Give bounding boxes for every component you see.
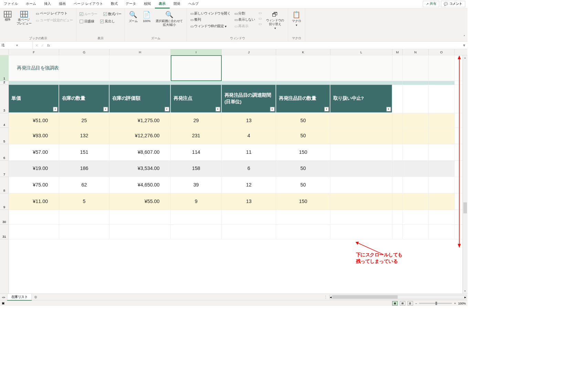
table-header[interactable]: 在庫の評価額▾ (109, 85, 171, 113)
table-cell[interactable]: ¥19.00 (9, 161, 59, 177)
row-header-31[interactable]: 31 (0, 225, 9, 239)
hide-button[interactable]: ▭表示しない (233, 17, 256, 22)
menu-tab-開発[interactable]: 開発 (170, 0, 185, 9)
enter-icon[interactable]: ✓ (41, 43, 44, 47)
col-header-M[interactable]: M (392, 49, 402, 55)
row-header-5[interactable]: 5 (0, 128, 9, 144)
normal-view-button[interactable]: ▦ (392, 301, 398, 306)
menu-tab-挿入[interactable]: 挿入 (40, 0, 55, 9)
table-cell[interactable]: 150 (276, 144, 330, 160)
table-cell[interactable]: ¥3,534.00 (109, 161, 171, 177)
table-cell[interactable]: 151 (59, 144, 109, 160)
row-header-3[interactable]: 3 (0, 85, 9, 113)
select-all-corner[interactable] (0, 49, 9, 55)
formulabar-toggle[interactable]: 数式バー (102, 11, 122, 17)
scroll-up-button[interactable]: ▴ (463, 55, 468, 60)
table-cell[interactable]: 50 (276, 177, 330, 193)
cancel-icon[interactable]: ✕ (35, 43, 39, 47)
menu-tab-描画[interactable]: 描画 (55, 0, 70, 9)
switch-window-button[interactable]: 🗗ウィンドウの 切り替え▾ (264, 10, 286, 31)
name-box[interactable]: I1▾ (0, 42, 33, 49)
row-header-8[interactable]: 8 (0, 177, 9, 193)
table-cell[interactable]: ¥75.00 (9, 177, 59, 193)
table-cell[interactable]: 50 (276, 113, 330, 127)
col-header-J[interactable]: J (222, 49, 276, 55)
filter-icon[interactable]: ▾ (387, 107, 391, 111)
zoom-out-button[interactable]: − (415, 301, 417, 305)
filter-icon[interactable]: ▾ (270, 107, 275, 111)
table-cell[interactable]: 6 (222, 161, 276, 177)
row-header-1[interactable]: 1 (0, 55, 9, 81)
arrange-button[interactable]: ▭整列 (189, 17, 231, 22)
pagelayout-view-button[interactable]: ▤ (400, 301, 405, 306)
col-header-G[interactable]: G (59, 49, 109, 55)
filter-icon[interactable]: ▾ (324, 107, 329, 111)
table-cell[interactable]: ¥1,275.00 (109, 113, 171, 127)
scroll-down-button[interactable]: ▾ (463, 289, 468, 293)
table-cell[interactable]: 12 (222, 177, 276, 193)
compare-button[interactable]: ▭ (258, 11, 263, 15)
page-layout-button[interactable]: ▭ページ レイアウト (35, 11, 74, 16)
pagebreak-view-button[interactable]: ▥ (408, 301, 413, 306)
table-cell[interactable]: ¥55.00 (109, 193, 171, 210)
menu-tab-ファイル[interactable]: ファイル (0, 0, 22, 9)
filter-icon[interactable]: ▾ (104, 107, 108, 111)
zoom-selection-button[interactable]: 🔍選択範囲に合わせて 拡大/縮小 (154, 10, 185, 27)
row-header-30[interactable]: 30 (0, 210, 9, 225)
menu-tab-ヘルプ[interactable]: ヘルプ (185, 0, 203, 9)
table-cell[interactable]: 39 (171, 177, 222, 193)
row-header-6[interactable]: 6 (0, 144, 9, 161)
new-window-button[interactable]: ▭新しいウィンドウを開く (189, 11, 231, 16)
table-cell[interactable]: 13 (222, 113, 276, 127)
table-cell[interactable]: 5 (59, 193, 109, 210)
menu-tab-校閲[interactable]: 校閲 (140, 0, 155, 9)
sheet-next-button[interactable]: ▸ (4, 295, 6, 299)
col-header-L[interactable]: L (330, 49, 392, 55)
table-cell[interactable]: 62 (59, 177, 109, 193)
table-cell[interactable]: 50 (276, 161, 330, 177)
table-header[interactable]: 再発注品目の調達期間 (日単位)▾ (222, 85, 276, 113)
table-cell[interactable]: 13 (222, 193, 276, 210)
table-cell[interactable] (330, 177, 392, 193)
menu-tab-表示[interactable]: 表示 (155, 0, 170, 9)
zoom-slider[interactable] (419, 303, 452, 304)
zoom-in-button[interactable]: + (454, 301, 456, 305)
col-header-K[interactable]: K (276, 49, 330, 55)
row-header-4[interactable]: 4 (0, 113, 9, 128)
col-header-H[interactable]: H (109, 49, 171, 55)
table-header[interactable]: 在庫の数量▾ (59, 85, 109, 113)
menu-tab-ページ レイアウト[interactable]: ページ レイアウト (70, 0, 107, 9)
table-cell[interactable] (330, 193, 392, 210)
formula-input[interactable] (52, 45, 461, 46)
table-cell[interactable]: ¥12,276.00 (109, 128, 171, 144)
vertical-scrollbar[interactable]: ▴ ▾ (463, 55, 468, 293)
comment-button[interactable]: 💬 コメント (441, 1, 465, 7)
table-cell[interactable] (330, 161, 392, 177)
table-cell[interactable] (330, 128, 392, 144)
table-cell[interactable]: 50 (276, 128, 330, 144)
table-cell[interactable]: 29 (171, 113, 222, 127)
table-cell[interactable]: ¥93.00 (9, 128, 59, 144)
menu-tab-数式[interactable]: 数式 (107, 0, 122, 9)
col-header-O[interactable]: O (429, 49, 455, 55)
split-button[interactable]: ▭分割 (233, 11, 256, 16)
row-header-2[interactable]: 2 (0, 81, 9, 85)
row-header-9[interactable]: 9 (0, 193, 9, 210)
share-button[interactable]: ↗ 共有 (423, 1, 439, 7)
filter-icon[interactable]: ▾ (53, 107, 57, 111)
freeze-button[interactable]: ▭ウィンドウ枠の固定 ▾ (189, 23, 231, 29)
table-cell[interactable]: 4 (222, 128, 276, 144)
zoom-level[interactable]: 100% (458, 301, 466, 305)
view-pagebreak-button[interactable]: 改ページ プレビュー (15, 10, 33, 26)
gridlines-toggle[interactable]: 目盛線 (78, 19, 95, 24)
table-cell[interactable]: 9 (171, 193, 222, 210)
table-cell[interactable]: ¥57.00 (9, 144, 59, 160)
headings-toggle[interactable]: 見出し (99, 19, 116, 24)
table-cell[interactable]: ¥51.00 (9, 113, 59, 127)
menu-tab-データ[interactable]: データ (122, 0, 140, 9)
zoom-100-button[interactable]: 📄100% (141, 10, 152, 23)
sheet-prev-button[interactable]: ◂ (2, 295, 3, 299)
table-header[interactable]: 取り扱い中止?▾ (330, 85, 392, 113)
horizontal-scrollbar[interactable]: ◂▸ (329, 295, 466, 299)
add-sheet-button[interactable]: ⊕ (32, 295, 39, 299)
